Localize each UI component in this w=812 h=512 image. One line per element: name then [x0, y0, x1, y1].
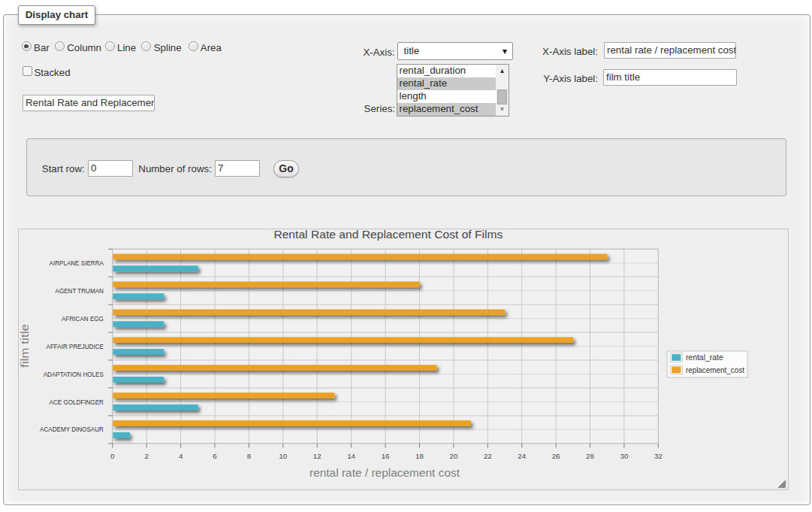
svg-text:32: 32	[654, 452, 663, 460]
svg-text:26: 26	[552, 452, 560, 460]
svg-text:AGENT TRUMAN: AGENT TRUMAN	[56, 287, 104, 295]
svg-text:ADAPTATION HOLES: ADAPTATION HOLES	[44, 371, 104, 378]
svg-text:rental_rate: rental_rate	[686, 353, 723, 362]
svg-text:18: 18	[415, 452, 424, 460]
svg-text:24: 24	[518, 452, 526, 460]
svg-text:22: 22	[484, 452, 492, 460]
svg-text:4: 4	[179, 452, 183, 460]
svg-text:2: 2	[145, 452, 149, 460]
svg-text:14: 14	[347, 452, 355, 460]
svg-text:replacement_cost: replacement_cost	[686, 366, 744, 374]
svg-text:12: 12	[313, 452, 321, 460]
svg-text:28: 28	[586, 452, 594, 460]
svg-text:30: 30	[620, 452, 629, 460]
svg-text:rental rate / replacement cost: rental rate / replacement cost	[309, 466, 460, 479]
svg-text:AIRPLANE SIERRA: AIRPLANE SIERRA	[50, 259, 104, 267]
svg-text:0: 0	[110, 452, 115, 460]
svg-text:AFFAIR PREJUDICE: AFFAIR PREJUDICE	[47, 343, 104, 350]
svg-text:6: 6	[213, 452, 216, 460]
svg-text:AFRICAN EGG: AFRICAN EGG	[62, 315, 104, 323]
svg-text:Rental Rate and Replacement Co: Rental Rate and Replacement Cost of Film…	[273, 229, 503, 241]
svg-text:20: 20	[450, 452, 458, 460]
svg-text:16: 16	[382, 452, 390, 460]
svg-text:film title: film title	[18, 324, 31, 368]
svg-text:ACE GOLDFINGER: ACE GOLDFINGER	[50, 398, 104, 406]
svg-text:10: 10	[279, 452, 287, 460]
svg-text:ACADEMY DINOSAUR: ACADEMY DINOSAUR	[40, 426, 104, 433]
svg-text:8: 8	[247, 452, 251, 460]
